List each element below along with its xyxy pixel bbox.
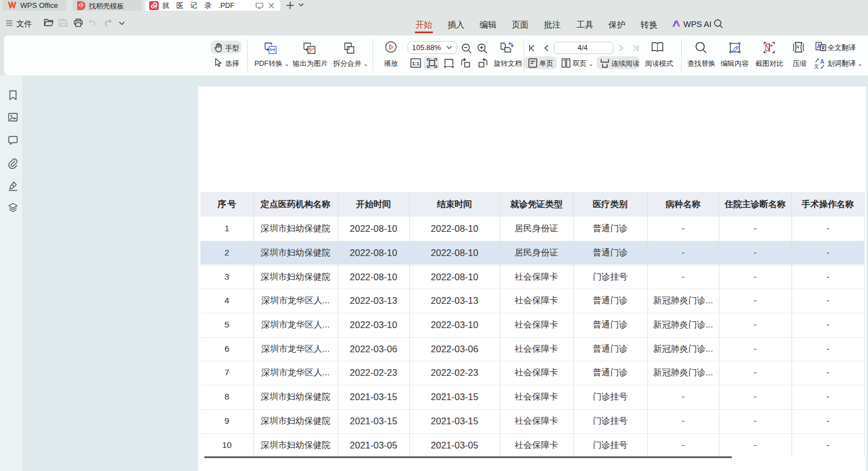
svg-text:1:1: 1:1 — [412, 61, 419, 66]
svg-text:A: A — [820, 59, 824, 65]
svg-text:文: 文 — [815, 64, 819, 69]
